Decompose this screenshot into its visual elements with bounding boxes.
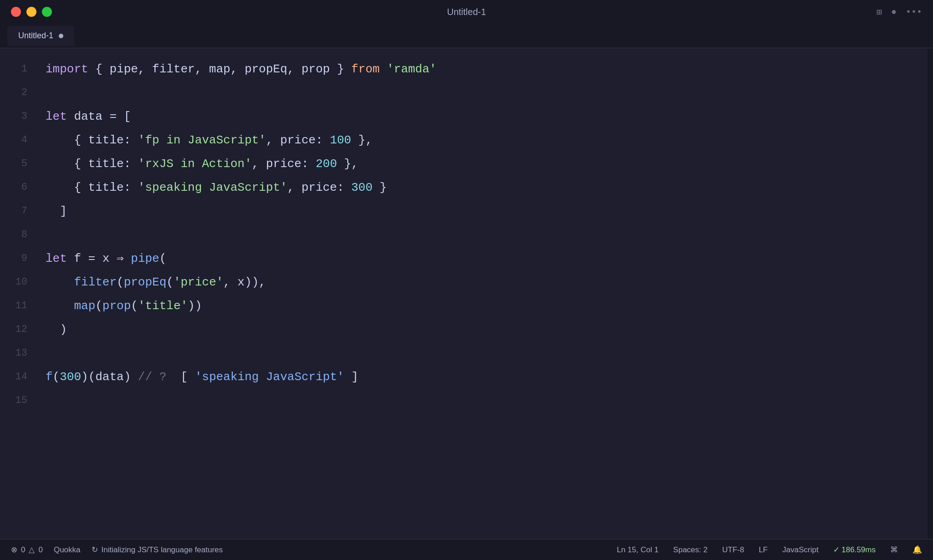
line-number-9: 9 [0, 247, 36, 270]
close-button[interactable] [11, 7, 21, 17]
line-number-5: 5 [0, 152, 36, 176]
maximize-button[interactable] [42, 7, 52, 17]
error-count-item[interactable]: ⊗ 0 △ 0 [11, 545, 43, 555]
token: data = [ [67, 105, 131, 128]
token: 'price' [174, 270, 223, 294]
quokka-label: Quokka [54, 545, 81, 555]
line-number-7: 7 [0, 199, 36, 223]
line-number-14: 14 [0, 365, 36, 389]
initializing-item: ↻ Initializing JS/TS language features [92, 545, 223, 555]
token [46, 270, 74, 294]
token: , x)), [223, 270, 266, 294]
code-line-1: import { pipe, filter, map, propEq, prop… [46, 57, 928, 81]
token: 'rxJS in Action' [138, 152, 252, 176]
broadcast-icon[interactable]: ⌘ [890, 545, 898, 555]
code-line-15 [46, 389, 928, 412]
token: 'fp in JavaScript' [138, 128, 266, 152]
token: ( [95, 294, 103, 318]
status-left: ⊗ 0 △ 0 Quokka ↻ Initializing JS/TS lang… [11, 545, 223, 555]
code-line-5: { title: 'rxJS in Action', price: 200 }, [46, 152, 928, 176]
token: map [74, 294, 95, 318]
token: 100 [330, 128, 351, 152]
code-editor[interactable]: import { pipe, filter, map, propEq, prop… [36, 48, 928, 539]
line-number-3: 3 [0, 105, 36, 128]
token: )) [188, 294, 202, 318]
code-line-9: let f = x ⇒ pipe( [46, 247, 928, 270]
split-editor-icon[interactable]: ⊞ [877, 6, 882, 18]
token [124, 247, 131, 270]
token: let [46, 105, 67, 128]
timing-info: ✓ 186.59ms [833, 545, 876, 555]
token: ( [159, 247, 167, 270]
token [46, 294, 74, 318]
token: prop [103, 294, 131, 318]
window-title: Untitled-1 [447, 7, 486, 17]
line-number-6: 6 [0, 176, 36, 199]
token: , price: [251, 152, 315, 176]
token: { title: [46, 176, 138, 199]
error-icon: ⊗ [11, 545, 17, 555]
token: ( [166, 270, 174, 294]
quokka-item[interactable]: Quokka [54, 545, 81, 555]
vertical-scrollbar[interactable] [928, 48, 933, 539]
cursor-position[interactable]: Ln 15, Col 1 [617, 545, 659, 555]
token: ] [344, 365, 358, 389]
title-bar: Untitled-1 ⊞ ● ••• [0, 0, 933, 24]
initializing-label: Initializing JS/TS language features [102, 545, 223, 555]
unsaved-indicator [59, 34, 63, 38]
status-bar: ⊗ 0 △ 0 Quokka ↻ Initializing JS/TS lang… [0, 539, 933, 560]
token: { title: [46, 128, 138, 152]
code-line-3: let data = [ [46, 105, 928, 128]
token: 'speaking JavaScript' [195, 365, 344, 389]
line-ending[interactable]: LF [759, 545, 768, 555]
code-line-4: { title: 'fp in JavaScript', price: 100 … [46, 128, 928, 152]
notification-icon[interactable]: 🔔 [912, 545, 922, 555]
token: 'title' [138, 294, 188, 318]
token: { title: [46, 152, 138, 176]
token [379, 57, 387, 81]
token: ( [53, 365, 60, 389]
token: let [46, 247, 67, 270]
tab-untitled1[interactable]: Untitled-1 [7, 26, 74, 46]
language-mode[interactable]: JavaScript [782, 545, 818, 555]
token: 300 [351, 176, 373, 199]
token: 'ramda' [387, 57, 436, 81]
line-number-10: 10 [0, 270, 36, 294]
line-number-11: 11 [0, 294, 36, 318]
circle-icon[interactable]: ● [891, 7, 897, 17]
more-actions-icon[interactable]: ••• [906, 7, 922, 17]
token: { pipe, filter, map, propEq, prop } [88, 57, 351, 81]
code-line-11: map(prop('title')) [46, 294, 928, 318]
token: 300 [60, 365, 81, 389]
code-line-2 [46, 81, 928, 105]
minimize-button[interactable] [26, 7, 36, 17]
refresh-icon: ↻ [92, 545, 98, 555]
line-number-15: 15 [0, 389, 36, 412]
token: ( [131, 294, 138, 318]
code-line-14: f(300)(data) // ? [ 'speaking JavaScript… [46, 365, 928, 389]
warning-icon: △ [29, 545, 35, 555]
token: ⇒ [117, 247, 124, 270]
code-line-8 [46, 223, 928, 247]
code-line-12: ) [46, 318, 928, 341]
token: [ [166, 365, 195, 389]
token: // ? [138, 365, 166, 389]
token: from [351, 57, 379, 81]
line-numbers-gutter: 123456789101112131415 [0, 48, 36, 539]
code-line-13 [46, 341, 928, 365]
status-right: Ln 15, Col 1 Spaces: 2 UTF-8 LF JavaScri… [617, 545, 922, 555]
tab-bar: Untitled-1 [0, 24, 933, 48]
token: f = x [67, 247, 117, 270]
tab-label: Untitled-1 [18, 31, 53, 41]
indentation[interactable]: Spaces: 2 [673, 545, 708, 555]
editor: 123456789101112131415 import { pipe, fil… [0, 48, 933, 539]
token: , price: [266, 128, 330, 152]
warning-count: 0 [38, 545, 42, 555]
line-number-12: 12 [0, 318, 36, 341]
token: )(data) [81, 365, 138, 389]
token: pipe [131, 247, 159, 270]
encoding[interactable]: UTF-8 [722, 545, 744, 555]
token: import [46, 57, 88, 81]
token: } [373, 176, 387, 199]
token: , price: [287, 176, 351, 199]
